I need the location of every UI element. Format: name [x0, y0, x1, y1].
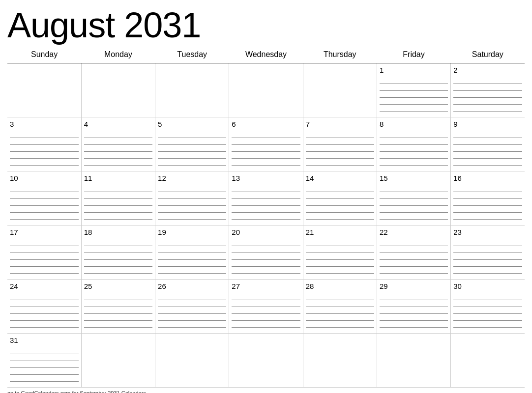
- calendar-body: 1234567891011121314151617181920212223242…: [7, 63, 525, 388]
- day-number: 1: [380, 66, 448, 74]
- write-line: [158, 131, 226, 138]
- write-line: [380, 84, 448, 91]
- calendar-week-row: 31: [7, 334, 525, 388]
- calendar-cell: 30: [451, 280, 525, 334]
- write-line: [158, 239, 226, 246]
- write-line: [232, 213, 300, 220]
- day-number: 11: [84, 174, 152, 182]
- calendar-cell: 29: [377, 280, 450, 334]
- day-number: 18: [84, 228, 152, 236]
- day-number: 29: [380, 282, 448, 290]
- write-line: [380, 77, 448, 84]
- day-of-week-header: Tuesday: [155, 48, 229, 63]
- day-of-week-header: Sunday: [7, 48, 81, 63]
- write-line: [84, 206, 152, 213]
- write-lines: [10, 347, 79, 382]
- write-line: [380, 159, 448, 166]
- calendar-cell: 14: [303, 171, 377, 225]
- write-lines: [232, 131, 300, 166]
- calendar-cell: 28: [303, 280, 377, 334]
- calendar-week-row: 17181920212223: [7, 225, 525, 280]
- day-number: 27: [232, 282, 300, 290]
- write-line: [10, 267, 79, 274]
- write-line: [453, 314, 522, 321]
- write-line: [380, 199, 448, 206]
- write-line: [158, 192, 226, 199]
- write-line: [306, 293, 374, 300]
- write-line: [10, 361, 79, 368]
- write-line: [306, 131, 374, 138]
- calendar-cell: 12: [155, 171, 229, 225]
- write-line: [158, 246, 226, 253]
- write-line: [453, 84, 522, 91]
- write-line: [380, 152, 448, 159]
- day-number: 8: [380, 120, 448, 128]
- write-line: [84, 213, 152, 220]
- write-line: [158, 321, 226, 328]
- day-number: 28: [306, 282, 374, 290]
- write-line: [84, 314, 152, 321]
- day-number: 3: [10, 120, 79, 128]
- write-line: [84, 131, 152, 138]
- write-line: [232, 260, 300, 267]
- calendar-week-row: 10111213141516: [7, 171, 525, 225]
- write-line: [453, 321, 522, 328]
- day-number: 4: [84, 120, 152, 128]
- write-line: [380, 260, 448, 267]
- calendar-cell: 16: [451, 171, 525, 225]
- write-line: [10, 321, 79, 328]
- day-number: 20: [232, 228, 300, 236]
- write-line: [306, 314, 374, 321]
- write-line: [380, 267, 448, 274]
- write-line: [10, 314, 79, 321]
- write-line: [232, 206, 300, 213]
- day-number: 23: [453, 228, 522, 236]
- write-line: [380, 138, 448, 145]
- write-lines: [158, 293, 226, 328]
- calendar-cell: 10: [7, 171, 81, 225]
- write-line: [10, 293, 79, 300]
- day-number: 12: [158, 174, 226, 182]
- write-line: [306, 267, 374, 274]
- write-line: [158, 199, 226, 206]
- day-number: 25: [84, 282, 152, 290]
- write-line: [84, 321, 152, 328]
- write-line: [453, 159, 522, 166]
- write-line: [158, 213, 226, 220]
- calendar-cell: [155, 63, 229, 117]
- write-line: [84, 138, 152, 145]
- write-line: [453, 77, 522, 84]
- write-line: [453, 145, 522, 152]
- write-line: [84, 307, 152, 314]
- write-line: [306, 192, 374, 199]
- calendar-cell: [81, 63, 155, 117]
- calendar-cell: 8: [377, 117, 450, 171]
- write-line: [10, 246, 79, 253]
- write-lines: [380, 185, 448, 220]
- write-line: [10, 206, 79, 213]
- write-line: [453, 91, 522, 98]
- write-lines: [306, 131, 374, 166]
- write-line: [380, 192, 448, 199]
- write-line: [10, 300, 79, 307]
- write-lines: [10, 131, 79, 166]
- write-lines: [380, 77, 448, 112]
- calendar-cell: 2: [451, 63, 525, 117]
- day-number: 13: [232, 174, 300, 182]
- day-of-week-header: Friday: [377, 48, 450, 63]
- write-line: [380, 91, 448, 98]
- write-line: [232, 253, 300, 260]
- write-lines: [380, 131, 448, 166]
- write-lines: [306, 293, 374, 328]
- write-line: [380, 213, 448, 220]
- write-lines: [10, 293, 79, 328]
- write-lines: [453, 239, 522, 274]
- write-line: [380, 206, 448, 213]
- calendar-cell: 25: [81, 280, 155, 334]
- write-line: [306, 138, 374, 145]
- write-line: [158, 152, 226, 159]
- write-line: [10, 347, 79, 354]
- write-line: [158, 145, 226, 152]
- write-line: [306, 206, 374, 213]
- write-line: [232, 192, 300, 199]
